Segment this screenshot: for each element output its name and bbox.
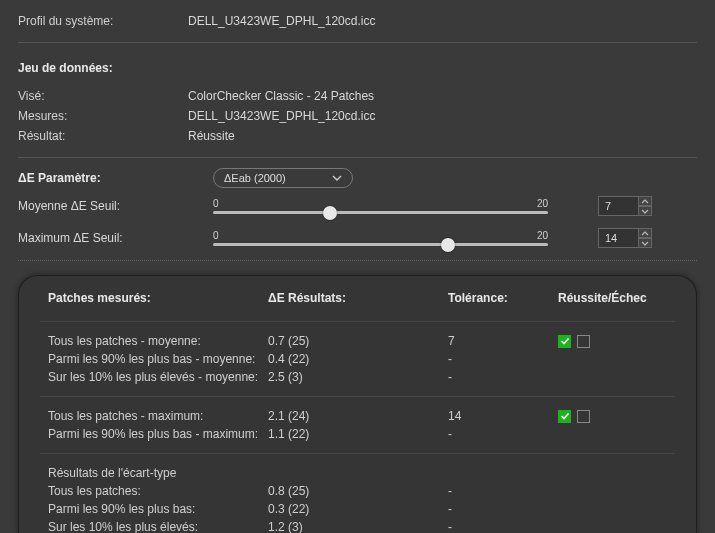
stddev-heading: Résultats de l'écart-type [48, 466, 268, 480]
chevron-down-icon [332, 173, 342, 183]
target-label: Visé: [18, 89, 188, 103]
check-icon [560, 336, 570, 346]
row-tol: - [448, 484, 558, 498]
dataset-heading: Jeu de données: [18, 61, 113, 75]
max-threshold-slider[interactable]: 0 20 [213, 230, 548, 246]
row-label: Parmi les 90% les plus bas - maximum: [48, 427, 268, 441]
row-label: Tous les patches: [48, 484, 268, 498]
row-tol: - [448, 520, 558, 533]
measures-value: DELL_U3423WE_DPHL_120cd.icc [188, 109, 375, 123]
row-de: 0.7 (25) [268, 334, 448, 348]
col-header-passfail: Réussite/Échec [558, 291, 667, 305]
pass-checkbox[interactable] [558, 335, 571, 348]
divider [18, 260, 697, 261]
divider [18, 42, 697, 43]
stepper-down-button[interactable] [638, 206, 652, 216]
max-threshold-field[interactable] [598, 228, 652, 248]
row-de: 2.1 (24) [268, 409, 448, 423]
row-label: Tous les patches - maximum: [48, 409, 268, 423]
row-label: Tous les patches - moyenne: [48, 334, 268, 348]
stepper-up-button[interactable] [638, 196, 652, 206]
target-value: ColorChecker Classic - 24 Patches [188, 89, 374, 103]
system-profile-label: Profil du système: [18, 14, 188, 28]
result-value: Réussite [188, 129, 235, 143]
avg-threshold-field[interactable] [598, 196, 652, 216]
stepper-down-button[interactable] [638, 238, 652, 248]
max-threshold-label: Maximum ΔE Seuil: [18, 231, 213, 245]
divider [40, 321, 675, 322]
row-label: Sur les 10% les plus élevés - moyenne: [48, 370, 268, 384]
slider-max: 20 [537, 198, 548, 209]
chevron-down-icon [641, 209, 649, 214]
row-label: Sur les 10% les plus élevés: [48, 520, 268, 533]
pass-checkbox[interactable] [558, 410, 571, 423]
col-header-de: ΔE Résultats: [268, 291, 448, 305]
row-label: Parmi les 90% les plus bas - moyenne: [48, 352, 268, 366]
fail-checkbox[interactable] [577, 335, 590, 348]
slider-min: 0 [213, 198, 219, 209]
slider-min: 0 [213, 230, 219, 241]
row-de: 0.4 (22) [268, 352, 448, 366]
stepper-up-button[interactable] [638, 228, 652, 238]
divider [18, 157, 697, 158]
row-tol: - [448, 502, 558, 516]
row-tol: - [448, 352, 558, 366]
de-param-dropdown[interactable]: ΔEab (2000) [213, 168, 353, 188]
fail-checkbox[interactable] [577, 410, 590, 423]
row-de: 1.2 (3) [268, 520, 448, 533]
row-tol: - [448, 370, 558, 384]
row-de: 0.8 (25) [268, 484, 448, 498]
avg-threshold-label: Moyenne ΔE Seuil: [18, 199, 213, 213]
row-de: 1.1 (22) [268, 427, 448, 441]
chevron-up-icon [641, 231, 649, 236]
chevron-up-icon [641, 199, 649, 204]
slider-thumb[interactable] [323, 206, 337, 220]
avg-threshold-slider[interactable]: 0 20 [213, 198, 548, 214]
divider [40, 453, 675, 454]
measures-label: Mesures: [18, 109, 188, 123]
row-de: 2.5 (3) [268, 370, 448, 384]
group-average: Tous les patches - moyenne: 0.7 (25) 7 P… [18, 330, 697, 388]
slider-max: 20 [537, 230, 548, 241]
col-header-patches: Patches mesurés: [48, 291, 268, 305]
row-tol: 14 [448, 409, 558, 423]
result-label: Résultat: [18, 129, 188, 143]
divider [40, 396, 675, 397]
chevron-down-icon [641, 241, 649, 246]
group-stddev: Résultats de l'écart-type Tous les patch… [18, 462, 697, 533]
de-param-selected: ΔEab (2000) [224, 172, 286, 184]
max-threshold-input[interactable] [598, 228, 638, 248]
row-de: 0.3 (22) [268, 502, 448, 516]
results-panel: Patches mesurés: ΔE Résultats: Tolérance… [18, 275, 697, 533]
check-icon [560, 411, 570, 421]
de-param-label: ΔE Paramètre: [18, 171, 213, 185]
col-header-tol: Tolérance: [448, 291, 558, 305]
row-label: Parmi les 90% les plus bas: [48, 502, 268, 516]
row-tol: 7 [448, 334, 558, 348]
row-tol: - [448, 427, 558, 441]
group-maximum: Tous les patches - maximum: 2.1 (24) 14 … [18, 405, 697, 445]
slider-thumb[interactable] [441, 238, 455, 252]
system-profile-value: DELL_U3423WE_DPHL_120cd.icc [188, 14, 375, 28]
avg-threshold-input[interactable] [598, 196, 638, 216]
